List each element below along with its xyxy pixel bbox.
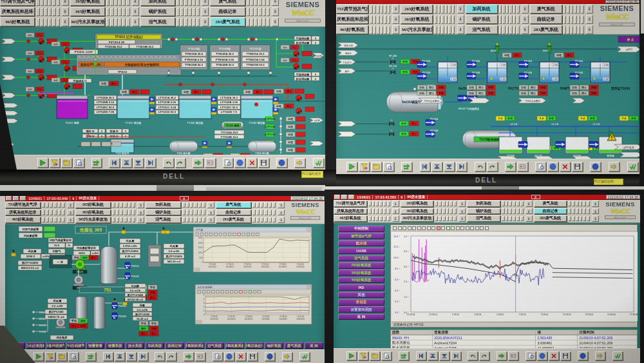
menu-segment[interactable]	[112, 210, 115, 215]
menu-segment[interactable]	[194, 202, 197, 208]
menu-item-751调节池及气浮[interactable]: 751调节池及气浮	[0, 0, 35, 6]
nav-button-废气系统[interactable]: 废气系统	[285, 342, 303, 349]
menu-segment[interactable]	[578, 26, 581, 34]
menu-segment[interactable]	[441, 5, 444, 14]
menu-segment[interactable]	[176, 0, 180, 6]
menu-segment[interactable]	[62, 217, 65, 223]
nav-button-报警系统[interactable]: 报警系统	[106, 342, 124, 349]
menu-segment[interactable]	[260, 210, 263, 215]
trend-tool-button[interactable]	[441, 226, 445, 230]
menu-segment[interactable]	[186, 217, 189, 223]
trend-tool-button[interactable]	[480, 226, 484, 230]
menu-segment[interactable]	[44, 18, 48, 26]
menu-segment[interactable]	[580, 208, 583, 214]
menu-dropdown-button[interactable]: ⇩	[272, 0, 279, 6]
menu-segment[interactable]	[513, 15, 516, 24]
table-row[interactable]: 配水池液位Archive\LT2043.63046121/04/10 4:07:…	[391, 340, 637, 346]
toolbar-button-page-search[interactable]	[68, 352, 79, 361]
menu-item-废气系统[interactable]: 废气系统	[534, 201, 567, 207]
menu-item-365好氧系统[interactable]: 365好氧系统	[75, 210, 111, 216]
menu-segment[interactable]	[513, 208, 516, 214]
table-col-header[interactable]: 变量连接	[433, 330, 536, 335]
menu-item-厌氧系统和总排[interactable]: 厌氧系统和总排	[334, 208, 367, 215]
menu-segment[interactable]	[379, 201, 383, 207]
menu-segment[interactable]	[196, 0, 200, 6]
toolbar-button-tag[interactable]	[517, 162, 528, 172]
menu-segment[interactable]	[453, 208, 457, 214]
toolbar-button-info[interactable]	[265, 352, 275, 361]
menu-item-365污水及事故池[interactable]: 365污水及事故池	[401, 25, 433, 34]
menu-segment[interactable]	[186, 202, 189, 208]
menu-dropdown-button[interactable]: ⇩	[526, 201, 533, 207]
toolbar-button-close-red[interactable]	[560, 162, 571, 172]
nav-button-设备环境调节[interactable]: 设备环境调节	[46, 342, 65, 349]
menu-segment[interactable]	[272, 202, 276, 208]
menu-dropdown-button[interactable]: ⇩	[459, 201, 466, 207]
toolbar-button-run[interactable]	[497, 351, 507, 360]
toolbar-button-close-red[interactable]	[549, 351, 559, 360]
trend-tool-button[interactable]	[446, 226, 450, 230]
menu-segment[interactable]	[110, 18, 113, 26]
toolbar-button-nav-up[interactable]	[115, 352, 125, 361]
menu-segment[interactable]	[381, 5, 384, 14]
toolbar-button-help[interactable]	[234, 158, 245, 168]
menu-segment[interactable]	[379, 216, 383, 222]
toolbar-button-swap[interactable]	[86, 352, 96, 361]
toolbar-button-save[interactable]	[572, 162, 583, 172]
menu-item-283废气系统[interactable]: 283废气系统	[210, 17, 245, 26]
menu-segment[interactable]	[132, 210, 135, 215]
toolbar-button-undo[interactable]	[155, 352, 165, 361]
menu-segment[interactable]	[564, 5, 567, 14]
menu-segment[interactable]	[381, 26, 384, 34]
menu-item-沼气系统[interactable]: 沼气系统	[140, 17, 175, 26]
nav-button-强警查看[interactable]: 强警查看	[86, 342, 105, 349]
menu-segment[interactable]	[193, 8, 196, 16]
menu-dropdown-button[interactable]: ⇩	[392, 5, 399, 14]
menu-segment[interactable]	[110, 8, 113, 16]
menu-segment[interactable]	[381, 15, 384, 24]
menu-segment[interactable]	[269, 202, 272, 208]
menu-item-加药系统[interactable]: 加药系统	[140, 0, 175, 6]
menu-segment[interactable]	[438, 26, 441, 34]
menu-segment[interactable]	[57, 18, 60, 26]
toolbar-button-nav-right[interactable]	[145, 158, 156, 168]
menu-segment[interactable]	[446, 201, 450, 207]
menu-segment[interactable]	[57, 0, 60, 6]
toolbar-button-play[interactable]	[33, 352, 44, 361]
menu-dropdown-button[interactable]: ⇩	[202, 0, 209, 6]
menu-segment[interactable]	[120, 202, 123, 208]
menu-segment[interactable]	[453, 216, 457, 222]
menu-item-锅炉系统[interactable]: 锅炉系统	[466, 15, 498, 24]
toolbar-button-page-search[interactable]	[73, 158, 84, 168]
menu-segment[interactable]	[62, 202, 65, 208]
menu-dropdown-button[interactable]: ⇩	[62, 17, 69, 26]
side-button-沼气系统[interactable]: 沼气系统	[338, 255, 384, 262]
trend-tool-button[interactable]	[451, 226, 455, 230]
menu-item-265好氧系统[interactable]: 265好氧系统	[401, 5, 433, 14]
menu-segment[interactable]	[576, 201, 579, 207]
menu-segment[interactable]	[50, 202, 53, 208]
trend-tool-button[interactable]	[408, 226, 412, 230]
toolbar-button-nav-up[interactable]	[428, 351, 438, 360]
menu-segment[interactable]	[267, 18, 270, 26]
toolbar-button-nav-right[interactable]	[138, 352, 148, 361]
menu-item-锅炉系统[interactable]: 锅炉系统	[467, 208, 500, 215]
toolbar-button-audio[interactable]	[609, 162, 620, 172]
menu-dropdown-button[interactable]: ⇩	[62, 7, 69, 16]
menu-dropdown-button[interactable]: ⇩	[67, 217, 74, 223]
toolbar-button-redo[interactable]	[487, 162, 498, 172]
menu-segment[interactable]	[53, 202, 57, 208]
menu-segment[interactable]	[36, 0, 39, 6]
toolbar-button-nav-down[interactable]	[439, 351, 450, 360]
menu-segment[interactable]	[587, 201, 590, 207]
menu-segment[interactable]	[438, 5, 441, 14]
menu-dropdown-button[interactable]: ⇩	[457, 25, 464, 34]
toolbar-button-nav-down[interactable]	[444, 162, 455, 172]
side-button-UASB[interactable]: UASB	[338, 248, 384, 254]
side-button-设置查询画面[interactable]: 设置查询画面	[338, 306, 384, 313]
menu-segment[interactable]	[583, 201, 586, 207]
menu-item-曲线记录[interactable]: 曲线记录	[216, 210, 251, 216]
menu-segment[interactable]	[377, 5, 380, 14]
menu-segment[interactable]	[251, 8, 254, 16]
menu-segment[interactable]	[520, 216, 524, 222]
